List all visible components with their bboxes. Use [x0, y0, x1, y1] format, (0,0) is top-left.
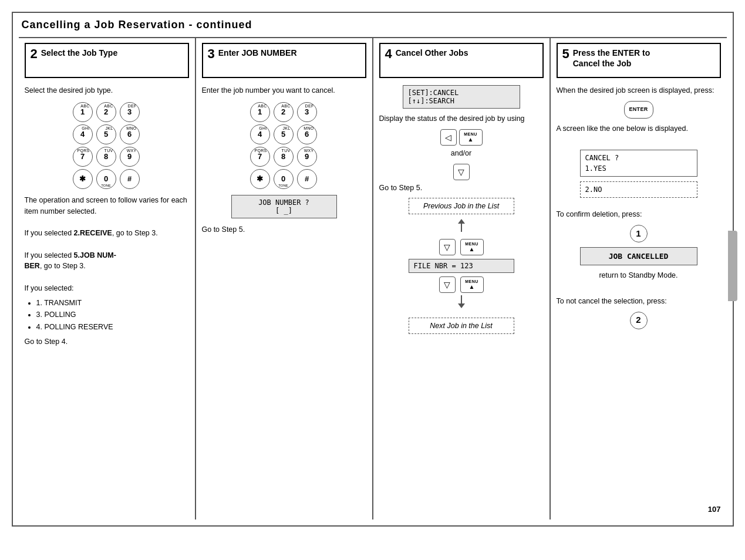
- step-5-title: Press the ENTER toCancel the Job: [573, 48, 650, 69]
- list-item-3: 4. POLLING RESERVE: [36, 322, 189, 333]
- prev-job-label: Previous Job in the List: [409, 198, 514, 214]
- step-2-title: Select the Job Type: [41, 48, 117, 58]
- col1-body: The operation and screen to follow varie…: [25, 195, 189, 348]
- right-margin-tab: [728, 231, 737, 301]
- confirm-num-circle[interactable]: 1: [630, 225, 648, 242]
- col4-desc1: When the desired job screen is displayed…: [557, 85, 721, 96]
- file-nbr-display: FILE NBR = 123: [409, 259, 514, 273]
- page-number: 107: [708, 505, 721, 514]
- key2-1: ABC1: [250, 102, 270, 122]
- page-container: Cancelling a Job Reservation - continued…: [12, 12, 734, 527]
- key-4: GHI4: [73, 124, 93, 144]
- column-3: 4 Cancel Other Jobs [SET]:CANCEL [↑↓]:SE…: [373, 38, 551, 519]
- lcd-screen: [SET]:CANCEL [↑↓]:SEARCH: [403, 85, 520, 109]
- key2-star: ✱: [250, 169, 270, 189]
- job-number-input: [ _]: [237, 207, 332, 215]
- key-star: ✱: [73, 169, 93, 189]
- key2-0: TONE0: [274, 169, 294, 189]
- key-6: MNO6: [120, 124, 140, 144]
- list-item-2: 3. POLLING: [36, 309, 189, 321]
- key-hash: #: [120, 169, 140, 189]
- col1-intro: Select the desired job type.: [25, 85, 189, 96]
- step-4-num: 4: [385, 48, 392, 60]
- nav-down-btn-2[interactable]: ▽: [439, 276, 456, 293]
- lcd-line2: [↑↓]:SEARCH: [408, 97, 515, 105]
- cancel-line1: CANCEL ?: [585, 153, 692, 163]
- down-arrow-section: [379, 295, 544, 313]
- lcd-line1: [SET]:CANCEL: [408, 89, 515, 97]
- step-4-title: Cancel Other Jobs: [396, 48, 468, 58]
- column-1: 2 Select the Job Type Select the desired…: [19, 38, 196, 519]
- col3-goto: Go to Step 5.: [379, 183, 544, 194]
- left-arrow-btn-down[interactable]: ▽: [453, 164, 470, 180]
- up-arrow-section: [379, 219, 544, 237]
- left-arrow-btn-up[interactable]: ◁: [440, 129, 457, 146]
- cancel-line3: 2.NO: [585, 184, 692, 195]
- key-8: TUV8: [96, 147, 116, 167]
- key2-5: JKL5: [274, 124, 294, 144]
- key-2: ABC2: [96, 102, 116, 122]
- keypad-1: ABC1 ABC2 DEF3 GHI4 JKL5 MNO6 PQRS7 TUV8…: [73, 102, 141, 189]
- col3-header: 4 Cancel Other Jobs: [379, 43, 544, 78]
- key-7: PQRS7: [73, 147, 93, 167]
- step-5-num: 5: [562, 48, 569, 60]
- col2-header: 3 Enter JOB NUMBER: [202, 43, 366, 78]
- nav-down-btn[interactable]: ▽: [439, 239, 456, 255]
- col4-content: When the desired job screen is displayed…: [557, 85, 721, 329]
- arrow-down-line: [461, 295, 462, 303]
- col2-goto: Go to Step 5.: [202, 224, 366, 235]
- key2-3: DEF3: [297, 102, 317, 122]
- col1-header: 2 Select the Job Type: [25, 43, 189, 78]
- arrow-down-tip: [458, 303, 465, 308]
- col4-desc5: To not cancel the selection, press:: [557, 296, 721, 307]
- next-job-label: Next Job in the List: [409, 318, 514, 334]
- col2-intro: Enter the job number you want to cancel.: [202, 85, 366, 96]
- key-9: WXY9: [120, 147, 140, 167]
- col4-desc4: return to Standby Mode.: [557, 270, 721, 281]
- key2-6: MNO6: [297, 124, 317, 144]
- key-3: DEF3: [120, 102, 140, 122]
- page-title: Cancelling a Job Reservation - continued: [19, 19, 727, 31]
- key-1: ABC1: [73, 102, 93, 122]
- job-cancelled-box: JOB CANCELLED: [580, 247, 697, 266]
- nav-row-2: ▽ MENU ▲: [379, 276, 544, 293]
- cancel-num-circle[interactable]: 2: [630, 312, 648, 329]
- keypad-2: ABC1 ABC2 DEF3 GHI4 JKL5 MNO6 PQRS7 TUV8…: [250, 102, 318, 189]
- column-4: 5 Press the ENTER toCancel the Job When …: [551, 38, 727, 519]
- columns-row: 2 Select the Job Type Select the desired…: [19, 37, 727, 519]
- enter-button[interactable]: ENTER: [624, 101, 653, 119]
- menu-up-btn-2[interactable]: MENU ▲: [460, 239, 484, 255]
- selection-list: 1. TRANSMIT 3. POLLING 4. POLLING RESERV…: [25, 298, 189, 333]
- col4-desc2: A screen like the one below is displayed…: [557, 123, 721, 134]
- step-2-num: 2: [31, 48, 38, 60]
- nav-row-1: ▽ MENU ▲: [379, 239, 544, 255]
- cancel-dialog-dashed: 2.NO: [580, 181, 697, 198]
- key2-7: PQRS7: [250, 147, 270, 167]
- key2-hash: #: [297, 169, 317, 189]
- arrow-up-line: [461, 224, 462, 232]
- key2-4: GHI4: [250, 124, 270, 144]
- step-3-title: Enter JOB NUMBER: [218, 48, 297, 58]
- key-0: TONE0: [96, 169, 116, 189]
- up-nav: ◁ MENU ▲: [379, 129, 544, 146]
- key2-2: ABC2: [274, 102, 294, 122]
- col4-header: 5 Press the ENTER toCancel the Job: [557, 43, 721, 78]
- job-number-display: JOB NUMBER ? [ _]: [231, 195, 337, 218]
- key2-9: WXY9: [297, 147, 317, 167]
- cancel-dialog: CANCEL ? 1.YES: [580, 150, 697, 177]
- menu-up-btn[interactable]: MENU ▲: [459, 129, 483, 146]
- col3-desc1: Display the status of the desired job by…: [379, 113, 544, 124]
- down-nav: ▽: [379, 164, 544, 180]
- key2-8: TUV8: [274, 147, 294, 167]
- step-3-num: 3: [208, 48, 215, 60]
- col3-andor: and/or: [379, 148, 544, 159]
- job-number-label: JOB NUMBER ?: [237, 198, 332, 207]
- column-2: 3 Enter JOB NUMBER Enter the job number …: [196, 38, 373, 519]
- cancel-dialog-wrapper: CANCEL ? 1.YES 2.NO: [580, 150, 697, 198]
- col4-desc3: To confirm deletion, press:: [557, 209, 721, 220]
- list-item-1: 1. TRANSMIT: [36, 298, 189, 309]
- cancel-line2: 1.YES: [585, 163, 692, 174]
- key-5: JKL5: [96, 124, 116, 144]
- menu-up-btn-3[interactable]: MENU ▲: [460, 276, 484, 293]
- arrow-up-tip: [458, 219, 465, 224]
